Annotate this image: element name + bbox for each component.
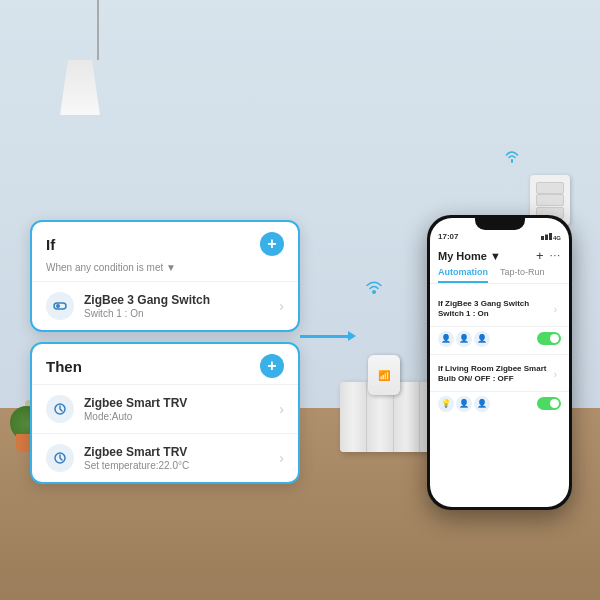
trv-wifi-icon: 📶 [378, 370, 390, 381]
svg-rect-7 [549, 233, 552, 240]
phone-content: If ZigBee 3 Gang Switch Switch 1 : On › … [430, 284, 569, 507]
phone-notch [475, 218, 525, 230]
tab-taptorun[interactable]: Tap-to-Run [500, 267, 545, 283]
rule-2-icon-person-1: 👤 [456, 396, 472, 412]
then-card: Then + Zigbee Smart TRV Mode:Auto › [30, 342, 300, 484]
phone-rule-1-toggle[interactable] [537, 332, 561, 345]
if-item-title: ZigBee 3 Gang Switch [84, 293, 279, 307]
svg-rect-5 [541, 236, 544, 240]
svg-text:4G: 4G [553, 235, 561, 240]
trv-icon-2 [46, 444, 74, 472]
then-card-item-2[interactable]: Zigbee Smart TRV Set temperature:22.0°C … [32, 433, 298, 482]
if-card-item-switch[interactable]: ZigBee 3 Gang Switch Switch 1 : On › [32, 281, 298, 330]
then-card-header: Then + [32, 344, 298, 384]
switch-button-2[interactable] [536, 194, 564, 206]
phone-screen: 17:07 4G My Home ▼ + ··· Automation Tap-… [430, 218, 569, 507]
then-item-1-sub: Mode:Auto [84, 411, 279, 422]
if-card-add-button[interactable]: + [260, 232, 284, 256]
switch-button-1[interactable] [536, 182, 564, 194]
phone-plus-button[interactable]: + [536, 248, 544, 263]
then-item-1-title: Zigbee Smart TRV [84, 396, 279, 410]
then-item-2-sub: Set temperature:22.0°C [84, 460, 279, 471]
switch-icon [46, 292, 74, 320]
lamp [60, 0, 100, 115]
tab-automation[interactable]: Automation [438, 267, 488, 283]
trv-icon-1 [46, 395, 74, 423]
phone-rule-2-row[interactable]: If Living Room Zigbee Smart Bulb ON/ OFF… [430, 358, 569, 392]
then-card-item-1[interactable]: Zigbee Smart TRV Mode:Auto › [32, 384, 298, 433]
if-card-header: If + [32, 222, 298, 262]
then-item-1-arrow-icon: › [279, 401, 284, 417]
phone-rule-2-toggle[interactable] [537, 397, 561, 410]
if-item-arrow-icon: › [279, 298, 284, 314]
rule-icon-person-3: 👤 [474, 331, 490, 347]
phone-mockup: 17:07 4G My Home ▼ + ··· Automation Tap-… [427, 215, 572, 510]
then-card-title: Then [46, 358, 82, 375]
lamp-cord [97, 0, 99, 60]
arrow-head [348, 331, 356, 341]
radiator-section [340, 382, 367, 452]
phone-rule-1[interactable]: If ZigBee 3 Gang Switch Switch 1 : On › … [430, 290, 569, 355]
if-card-subtitle: When any condition is met ▼ [32, 262, 298, 281]
then-item-1-content: Zigbee Smart TRV Mode:Auto [84, 396, 279, 422]
phone-rule-2[interactable]: If Living Room Zigbee Smart Bulb ON/ OFF… [430, 355, 569, 419]
rule-2-icon-person-2: 👤 [474, 396, 490, 412]
if-item-sub: Switch 1 : On [84, 308, 279, 319]
wifi-wall-icon [502, 148, 522, 167]
automation-cards: If + When any condition is met ▼ ZigBee … [30, 220, 300, 494]
phone-more-button[interactable]: ··· [550, 250, 561, 261]
phone-tabs: Automation Tap-to-Run [430, 267, 569, 284]
phone-rule-2-arrow-icon: › [554, 369, 557, 380]
lamp-shade [60, 60, 100, 115]
then-item-2-title: Zigbee Smart TRV [84, 445, 279, 459]
phone-rule-1-arrow-icon: › [554, 304, 557, 315]
svg-point-0 [372, 290, 376, 294]
arrow-connector [300, 335, 350, 338]
phone-signal: 4G [541, 232, 561, 242]
rule-icon-person-2: 👤 [456, 331, 472, 347]
if-card-title: If [46, 236, 55, 253]
phone-rule-1-text: If ZigBee 3 Gang Switch Switch 1 : On [438, 299, 554, 320]
arrow-line [300, 335, 350, 338]
then-item-2-content: Zigbee Smart TRV Set temperature:22.0°C [84, 445, 279, 471]
phone-header: My Home ▼ + ··· [430, 246, 569, 267]
trv-device: 📶 [368, 355, 400, 395]
rule-2-icon-bulb: 💡 [438, 396, 454, 412]
then-card-add-button[interactable]: + [260, 354, 284, 378]
if-card: If + When any condition is met ▼ ZigBee … [30, 220, 300, 332]
phone-home-title[interactable]: My Home ▼ [438, 250, 501, 262]
phone-time: 17:07 [438, 232, 458, 242]
phone-rule-2-icons: 💡 👤 👤 [430, 392, 569, 416]
phone-rule-1-icons: 👤 👤 👤 [430, 327, 569, 351]
if-item-content: ZigBee 3 Gang Switch Switch 1 : On [84, 293, 279, 319]
svg-rect-6 [545, 235, 548, 241]
phone-rule-1-row[interactable]: If ZigBee 3 Gang Switch Switch 1 : On › [430, 293, 569, 327]
svg-point-2 [56, 304, 60, 308]
rule-icon-person-1: 👤 [438, 331, 454, 347]
phone-rule-2-text: If Living Room Zigbee Smart Bulb ON/ OFF… [438, 364, 554, 385]
then-item-2-arrow-icon: › [279, 450, 284, 466]
wifi-signal-trv [363, 278, 385, 300]
